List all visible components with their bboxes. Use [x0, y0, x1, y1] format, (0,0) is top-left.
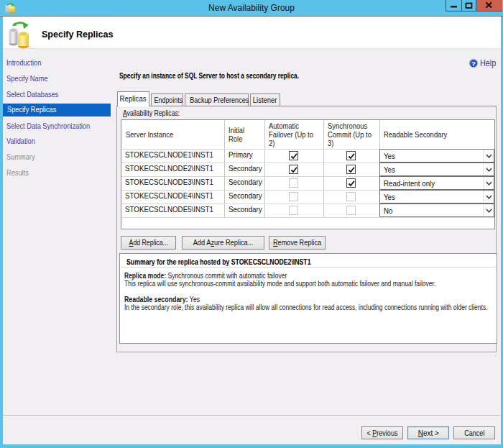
svg-text:?: ?: [471, 60, 476, 68]
